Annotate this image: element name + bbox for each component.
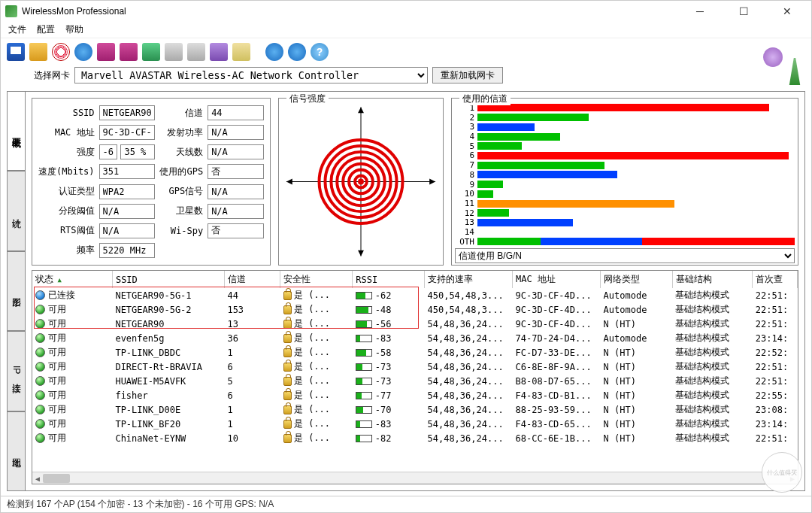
channel-title: 使用的信道	[459, 93, 511, 105]
channel-label: 4	[455, 132, 474, 141]
target-icon[interactable]	[52, 43, 70, 61]
toolbar	[1, 38, 811, 65]
menu-config[interactable]: 配置	[37, 23, 55, 36]
channel-field[interactable]	[208, 105, 264, 120]
open-icon[interactable]	[29, 43, 47, 61]
freq-field[interactable]	[99, 243, 156, 258]
table-row[interactable]: 可用NETGEAR9013是 (...-5654,48,36,24...9C-3…	[32, 317, 798, 331]
col-rssi[interactable]: RSSI	[353, 271, 425, 288]
speed-label: 速度(Mbits)	[38, 165, 95, 178]
tab-ipconn[interactable]: IP 连接	[7, 331, 25, 411]
notes-icon[interactable]	[232, 43, 250, 61]
tab-map[interactable]: 地图	[7, 411, 25, 491]
col-ssid[interactable]: SSID	[112, 271, 224, 288]
globe-icon[interactable]	[74, 43, 92, 61]
horizontal-scrollbar[interactable]: ◄ ►	[32, 472, 798, 484]
lock-icon	[283, 320, 292, 329]
menu-file[interactable]: 文件	[8, 23, 26, 36]
mac-field[interactable]	[99, 125, 156, 140]
tool-icon-1[interactable]	[97, 43, 115, 61]
col-mac[interactable]: MAC 地址	[513, 271, 601, 288]
ap-table-header-row: 状态 SSID 信道 安全性 RSSI 支持的速率 MAC 地址 网络类型 基础…	[32, 271, 798, 288]
table-row[interactable]: 可用TP-LINK_D00E1是 (...-7054,48,36,24...88…	[32, 402, 798, 417]
status-dot-icon	[35, 333, 45, 343]
scroll-left-icon[interactable]: ◄	[32, 472, 43, 484]
lock-icon	[283, 377, 292, 386]
tool-icon-3[interactable]	[142, 43, 160, 61]
col-status[interactable]: 状态	[32, 271, 112, 288]
txpower-label: 发射功率	[159, 126, 203, 139]
table-row[interactable]: 可用NETGEAR90-5G-2153是 (...-48450,54,48,3.…	[32, 302, 798, 317]
col-nettype[interactable]: 网络类型	[601, 271, 673, 288]
close-button[interactable]: ✕	[772, 5, 802, 17]
save-icon[interactable]	[7, 43, 25, 61]
clipboard-icon[interactable]	[210, 43, 228, 61]
nic-select[interactable]: Marvell AVASTAR Wireless-AC Network Cont…	[74, 67, 428, 83]
status-dot-icon	[35, 390, 45, 400]
ssid-field[interactable]	[99, 105, 156, 120]
gpssig-field[interactable]	[208, 184, 264, 199]
table-row[interactable]: 可用HUAWEI-M5AVFK5是 (...-7354,48,36,24...B…	[32, 374, 798, 388]
tool-icon-2[interactable]	[120, 43, 138, 61]
channel-label: 14	[455, 227, 474, 237]
channel-bar	[477, 133, 795, 141]
gpsused-field[interactable]	[208, 164, 264, 179]
strength-dbm-field[interactable]	[99, 144, 118, 159]
auth-field[interactable]	[99, 184, 156, 199]
nic-label: 选择网卡	[34, 69, 70, 82]
channel-bar	[477, 238, 795, 245]
lock-icon	[283, 348, 292, 357]
scroll-thumb[interactable]	[43, 474, 70, 483]
channel-row: 10	[455, 190, 795, 199]
rssi-indicator	[356, 335, 372, 342]
channel-row: 9	[455, 180, 795, 189]
col-channel[interactable]: 信道	[224, 271, 280, 288]
menu-help[interactable]: 帮助	[65, 23, 83, 36]
channel-row: 6	[455, 151, 795, 160]
web-icon[interactable]	[265, 43, 283, 61]
tab-stats[interactable]: 统计	[7, 171, 25, 250]
channel-label: 11	[455, 199, 474, 208]
table-row[interactable]: 可用TP-LINK_BF201是 (...-8354,48,36,24...F4…	[32, 417, 798, 431]
channel-bar	[477, 123, 795, 131]
svg-marker-5	[358, 250, 364, 256]
table-row[interactable]: 可用DIRECT-Rt-BRAVIA6是 (...-7354,48,36,24.…	[32, 360, 798, 374]
txpower-field[interactable]	[208, 125, 264, 140]
antennas-field[interactable]	[208, 144, 264, 159]
channel-row: OTH	[455, 237, 795, 246]
tab-summary[interactable]: 概要	[7, 91, 25, 171]
wispy-field[interactable]	[208, 223, 264, 238]
update-icon[interactable]	[288, 43, 306, 61]
help-icon[interactable]	[311, 43, 329, 61]
strength-pct-field[interactable]	[120, 144, 155, 159]
statusbar: 检测到 167 个AP (154 个加密 - 13 个未加密) - 16 个可用…	[1, 496, 811, 512]
frag-field[interactable]	[99, 204, 156, 219]
col-rates[interactable]: 支持的速率	[424, 271, 512, 288]
table-row[interactable]: 可用ChinaNet-EYNW10是 (...-8254,48,36,24...…	[32, 431, 798, 445]
channel-bar	[477, 162, 795, 169]
table-row[interactable]: 可用fisher6是 (...-7754,48,36,24...F4-83-CD…	[32, 388, 798, 402]
nic-selector-row: 选择网卡 Marvell AVASTAR Wireless-AC Network…	[1, 65, 811, 88]
speed-field[interactable]	[99, 164, 156, 179]
col-firstseen[interactable]: 首次查	[753, 271, 798, 288]
print-preview-icon[interactable]	[187, 43, 205, 61]
main-panel: SSID 信道 MAC 地址 发射功率 强度 天线数 速度(Mbit	[25, 91, 805, 491]
status-dot-icon	[35, 290, 45, 300]
reload-nic-button[interactable]: 重新加载网卡	[432, 67, 503, 83]
minimize-button[interactable]: ─	[685, 5, 715, 17]
channel-row: 11	[455, 199, 795, 208]
channel-mode-select[interactable]: 信道使用 B/G/N	[455, 248, 795, 263]
table-row[interactable]: 已连接NETGEAR90-5G-144是 (...-62450,54,48,3.…	[32, 288, 798, 302]
tab-graph[interactable]: 图形	[7, 251, 25, 331]
maximize-button[interactable]: ☐	[729, 5, 759, 17]
sat-field[interactable]	[208, 204, 264, 219]
col-infra[interactable]: 基础结构	[672, 271, 752, 288]
table-row[interactable]: 可用evenfen5g36是 (...-8354,48,36,24...74-7…	[32, 331, 798, 345]
lock-icon	[283, 420, 292, 429]
print-icon[interactable]	[165, 43, 183, 61]
rts-field[interactable]	[99, 223, 156, 238]
watermark: 什么值得买	[762, 452, 802, 493]
col-security[interactable]: 安全性	[280, 271, 353, 288]
table-row[interactable]: 可用TP-LINK_DBDC1是 (...-5854,48,36,24...FC…	[32, 345, 798, 360]
titlebar: WirelessMon Professional ─ ☐ ✕	[1, 1, 811, 22]
